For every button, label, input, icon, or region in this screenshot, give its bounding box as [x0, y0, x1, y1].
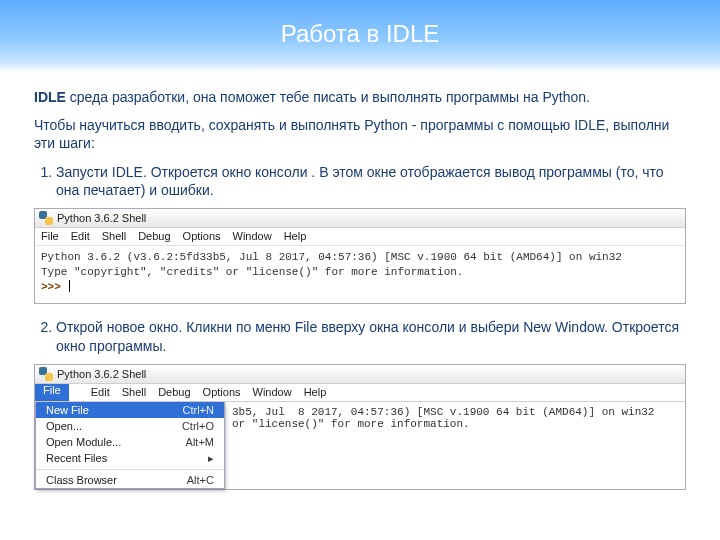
submenu-arrow-icon: ▸ [208, 452, 214, 465]
console1-menubar: File Edit Shell Debug Options Window Hel… [35, 228, 685, 246]
menu-file-open[interactable]: File [35, 384, 69, 401]
steps-list-cont: Открой новое окно. Кликни по меню File в… [34, 318, 686, 356]
menu-item-label: Open Module... [46, 436, 121, 448]
menu-item-label: Open... [46, 420, 82, 432]
menu-edit[interactable]: Edit [71, 230, 90, 242]
text-cursor-icon [69, 280, 70, 292]
menu-item-shortcut: Alt+M [186, 436, 214, 448]
step-2: Открой новое окно. Кликни по меню File в… [56, 318, 686, 356]
console1-prompt-line: >>> [41, 280, 679, 295]
menu-edit[interactable]: Edit [91, 386, 110, 398]
prompt-symbol: >>> [41, 281, 61, 293]
menu-separator [36, 469, 224, 470]
menu-help[interactable]: Help [284, 230, 307, 242]
console2-title: Python 3.6.2 Shell [57, 368, 146, 380]
menu-item-label: Recent Files [46, 452, 107, 465]
menu-shell[interactable]: Shell [102, 230, 126, 242]
console1-titlebar: Python 3.6.2 Shell [35, 209, 685, 228]
console-screenshot-2: Python 3.6.2 Shell File Edit Shell Debug… [34, 364, 686, 490]
console2-line2: or "license()" for more information. [232, 418, 470, 430]
console1-title: Python 3.6.2 Shell [57, 212, 146, 224]
menu-file[interactable]: File [41, 230, 59, 242]
menu-item-label: Class Browser [46, 474, 117, 486]
console1-line1: Python 3.6.2 (v3.6.2:5fd33b5, Jul 8 2017… [41, 250, 679, 265]
python-icon [39, 211, 53, 225]
menu-debug[interactable]: Debug [158, 386, 190, 398]
intro-paragraph-2: Чтобы научиться вводить, сохранять и вып… [34, 116, 686, 152]
console2-titlebar: Python 3.6.2 Shell [35, 365, 685, 384]
menu-debug[interactable]: Debug [138, 230, 170, 242]
intro-paragraph-1: IDLE среда разработки, она поможет тебе … [34, 88, 686, 106]
slide-title: Работа в IDLE [0, 0, 720, 72]
step-1: Запусти IDLE. Откроется окно консоли . В… [56, 163, 686, 201]
file-menu-new-file[interactable]: New File Ctrl+N [36, 402, 224, 418]
python-icon [39, 367, 53, 381]
file-menu-class-browser[interactable]: Class Browser Alt+C [36, 472, 224, 488]
menu-window[interactable]: Window [253, 386, 292, 398]
menu-options[interactable]: Options [203, 386, 241, 398]
menu-shell[interactable]: Shell [122, 386, 146, 398]
menu-help[interactable]: Help [304, 386, 327, 398]
file-dropdown: New File Ctrl+N Open... Ctrl+O Open Modu… [35, 402, 225, 489]
intro-rest: среда разработки, она поможет тебе писат… [66, 89, 590, 105]
file-menu-recent-files[interactable]: Recent Files ▸ [36, 450, 224, 467]
console1-body: Python 3.6.2 (v3.6.2:5fd33b5, Jul 8 2017… [35, 246, 685, 303]
menu-item-shortcut: Alt+C [187, 474, 214, 486]
menu-item-shortcut: Ctrl+O [182, 420, 214, 432]
file-menu-open-module[interactable]: Open Module... Alt+M [36, 434, 224, 450]
console1-line2: Type "copyright", "credits" or "license(… [41, 265, 679, 280]
intro-bold: IDLE [34, 89, 66, 105]
slide-title-text: Работа в IDLE [281, 20, 440, 47]
menu-window[interactable]: Window [233, 230, 272, 242]
console2-line1: 3b5, Jul 8 2017, 04:57:36) [MSC v.1900 6… [232, 406, 654, 418]
slide-body: IDLE среда разработки, она поможет тебе … [0, 72, 720, 490]
console-screenshot-1: Python 3.6.2 Shell File Edit Shell Debug… [34, 208, 686, 304]
file-menu-open[interactable]: Open... Ctrl+O [36, 418, 224, 434]
menu-item-label: New File [46, 404, 89, 416]
menu-options[interactable]: Options [183, 230, 221, 242]
console2-body: New File Ctrl+N Open... Ctrl+O Open Modu… [35, 402, 685, 489]
console2-text: 3b5, Jul 8 2017, 04:57:36) [MSC v.1900 6… [225, 402, 685, 489]
steps-list: Запусти IDLE. Откроется окно консоли . В… [34, 163, 686, 201]
menu-item-shortcut: Ctrl+N [183, 404, 214, 416]
console2-menubar: File Edit Shell Debug Options Window Hel… [35, 384, 685, 402]
